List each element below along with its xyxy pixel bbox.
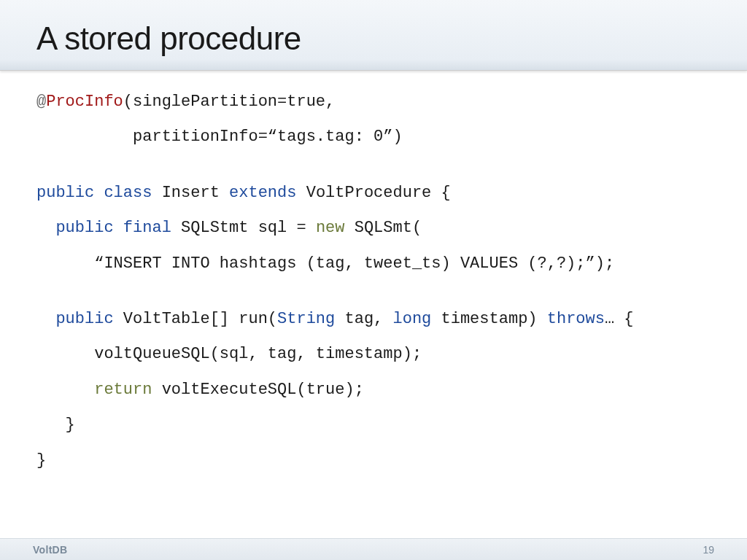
code-line-8: return voltExecuteSQL(true);: [36, 381, 711, 400]
blank-line: [36, 289, 711, 310]
code-line-10: }: [36, 451, 711, 470]
code-line-2: partitionInfo=“tags.tag: 0”): [36, 128, 711, 147]
slide-footer: VoltDB 19: [0, 538, 747, 560]
slide-header: A stored procedure: [0, 0, 747, 71]
code-line-1: @ProcInfo(singlePartition=true,: [36, 93, 711, 112]
code-line-7: voltQueueSQL(sql, tag, timestamp);: [36, 345, 711, 364]
slide-title: A stored procedure: [36, 20, 711, 57]
code-line-3: public class Insert extends VoltProcedur…: [36, 184, 711, 203]
code-line-4: public final SQLStmt sql = new SQLSmt(: [36, 219, 711, 238]
code-line-5: “INSERT INTO hashtags (tag, tweet_ts) VA…: [36, 254, 711, 273]
slide-content: @ProcInfo(singlePartition=true, partitio…: [0, 71, 747, 501]
footer-brand: VoltDB: [33, 544, 67, 556]
code-line-6: public VoltTable[] run(String tag, long …: [36, 310, 711, 329]
code-line-9: }: [36, 416, 711, 435]
blank-line: [36, 163, 711, 184]
footer-page-number: 19: [703, 544, 714, 556]
